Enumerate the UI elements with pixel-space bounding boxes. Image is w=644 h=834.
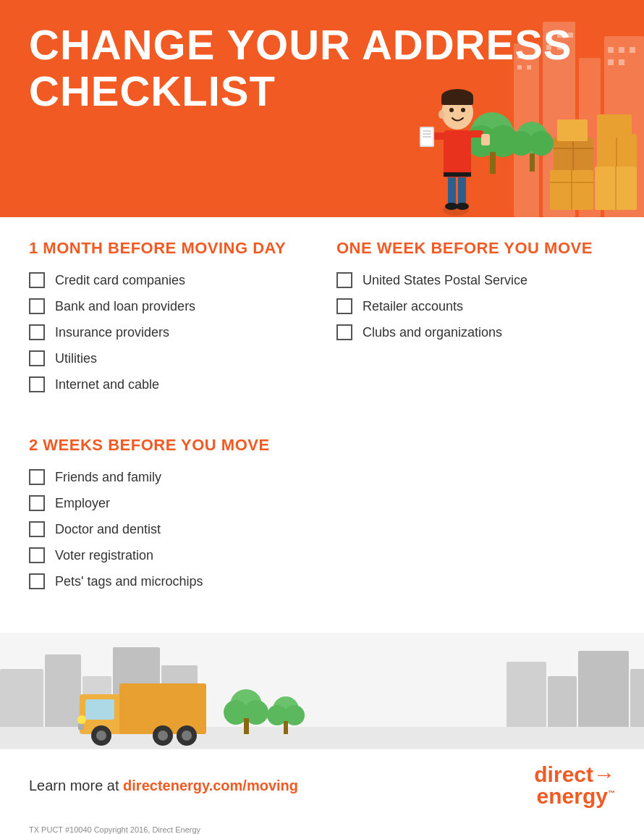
list-item: Retailer accounts [336,298,615,314]
footer-bar: Learn more at directenergy.com/moving di… [0,749,644,822]
checkbox[interactable] [336,324,352,340]
svg-rect-40 [458,174,466,206]
checkbox[interactable] [29,350,45,366]
svg-rect-15 [630,47,635,53]
list-item: Friends and family [29,469,615,485]
checkbox[interactable] [29,495,45,511]
list-item: Bank and loan providers [29,298,308,314]
svg-point-75 [96,730,106,741]
logo-line2: energy [537,784,608,808]
svg-rect-73 [85,699,114,720]
list-item-label: Clubs and organizations [363,325,502,340]
checkbox[interactable] [29,376,45,392]
svg-point-77 [158,730,168,741]
checkbox[interactable] [336,272,352,288]
checkbox[interactable] [29,324,45,340]
one-month-section: 1 MONTH BEFORE MOVING DAY Credit card co… [29,239,308,414]
svg-rect-17 [619,59,624,65]
list-item: United States Postal Service [336,272,615,288]
checkbox[interactable] [29,272,45,288]
svg-point-24 [529,131,554,156]
direct-energy-logo: direct→ energy™ [534,764,615,807]
list-item-label: Retailer accounts [363,299,463,314]
svg-rect-37 [597,114,632,138]
footer-url-link[interactable]: directenergy.com/moving [123,778,298,793]
copyright-text: TX PUCT #10040 Copyright 2016, Direct En… [0,822,644,834]
footer-learn-more: Learn more at directenergy.com/moving [29,778,298,794]
svg-point-80 [77,715,86,724]
checkbox[interactable] [29,298,45,314]
footer-url: directenergy.com/moving [123,778,298,793]
svg-rect-89 [284,721,288,734]
list-item-label: Voter registration [55,548,153,563]
svg-rect-14 [619,47,624,53]
list-item: Insurance providers [29,324,308,340]
header: CHANGE YOUR ADDRESS CHECKLIST [0,0,644,217]
footer-text-prefix: Learn more at [29,778,123,793]
list-item-label: Employer [55,496,110,511]
one-week-checklist: United States Postal ServiceRetailer acc… [336,272,615,340]
one-month-title: 1 MONTH BEFORE MOVING DAY [29,239,308,258]
title-line1: CHANGE YOUR ADDRESS [29,22,615,68]
logo-arrow-icon: → [593,762,615,786]
list-item: Credit card companies [29,272,308,288]
footer-illustration [0,633,644,749]
checkbox[interactable] [29,547,45,563]
list-item-label: Bank and loan providers [55,299,195,314]
svg-rect-43 [444,130,471,177]
two-weeks-checklist: Friends and familyEmployerDoctor and den… [29,469,615,589]
list-item: Clubs and organizations [336,324,615,340]
list-item-label: Utilities [55,351,97,366]
list-item: Utilities [29,350,308,366]
svg-point-42 [456,203,469,210]
svg-rect-53 [481,134,490,146]
list-item-label: Doctor and dentist [55,522,161,537]
main-content: 1 MONTH BEFORE MOVING DAY Credit card co… [0,217,644,436]
list-item-label: Friends and family [55,470,161,485]
list-item-label: Pets' tags and microchips [55,574,203,589]
svg-point-79 [182,730,192,741]
logo-tm: ™ [608,789,615,797]
list-item: Voter registration [29,547,615,563]
list-item-label: United States Postal Service [363,273,528,288]
one-week-section: ONE WEEK BEFORE YOU MOVE United States P… [336,239,615,414]
two-weeks-title: 2 WEEKS BEFORE YOU MOVE [29,436,615,455]
svg-rect-36 [557,119,588,141]
title-line2: CHECKLIST [29,68,615,114]
svg-rect-25 [530,153,535,172]
list-item-label: Internet and cable [55,377,159,392]
svg-rect-39 [448,174,456,206]
list-item-label: Credit card companies [55,273,185,288]
svg-rect-44 [444,172,471,177]
list-item: Doctor and dentist [29,521,615,537]
one-month-checklist: Credit card companiesBank and loan provi… [29,272,308,392]
list-item: Internet and cable [29,376,308,392]
one-week-title: ONE WEEK BEFORE YOU MOVE [336,239,615,258]
footer-scene-svg [0,633,644,749]
checkbox[interactable] [29,469,45,485]
svg-rect-85 [244,718,249,734]
list-item: Employer [29,495,615,511]
checkbox[interactable] [29,573,45,589]
svg-rect-21 [490,152,496,174]
checkbox[interactable] [336,298,352,314]
list-item: Pets' tags and microchips [29,573,615,589]
list-item-label: Insurance providers [55,325,169,340]
checkbox[interactable] [29,521,45,537]
logo-line1: direct [534,762,593,786]
header-title: CHANGE YOUR ADDRESS CHECKLIST [29,22,615,114]
svg-rect-81 [78,724,84,730]
two-weeks-section: 2 WEEKS BEFORE YOU MOVE Friends and fami… [0,436,644,633]
